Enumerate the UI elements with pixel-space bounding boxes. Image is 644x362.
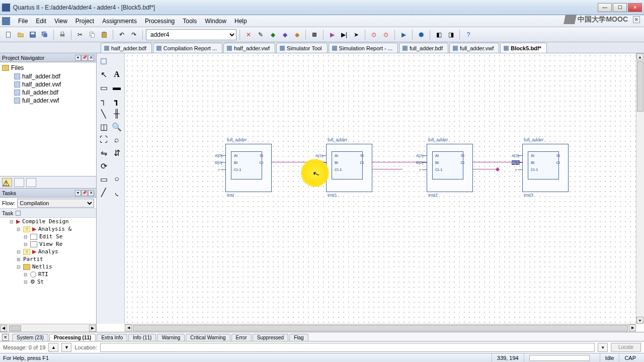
tool-orth-bus-button[interactable]: ┓ — [111, 95, 123, 107]
mdi-close-button[interactable]: ✕ — [633, 16, 640, 23]
tab-half-adder-vwf[interactable]: half_adder.vwf — [223, 43, 275, 53]
horizontal-scrollbar[interactable]: ◀ ▶ — [125, 324, 636, 332]
tool-rotate-button[interactable]: ⟳ — [98, 160, 110, 172]
task-row[interactable]: ⊟View Re — [0, 240, 96, 248]
menu-tools[interactable]: Tools — [179, 17, 201, 26]
redo-button[interactable]: ↷ — [128, 29, 139, 40]
panel-close-button[interactable]: ✕ — [88, 55, 94, 61]
paste-button[interactable] — [99, 29, 110, 40]
new-button[interactable] — [3, 29, 14, 40]
msgtab-error[interactable]: Error — [231, 334, 252, 341]
expander-icon[interactable]: ⊟ — [16, 264, 21, 269]
tab-compilation-report----[interactable]: Compilation Report ... — [153, 43, 222, 53]
task-row[interactable]: ⊟?▶Analys — [0, 248, 96, 255]
tool-orth-line-button[interactable]: ┐ — [98, 95, 110, 107]
menu-file[interactable]: File — [14, 17, 32, 26]
play-icon[interactable]: ▶ — [32, 248, 36, 255]
wire[interactable] — [473, 169, 498, 169]
task-row[interactable]: ⊟Edit Se — [0, 233, 96, 240]
flow-select[interactable]: Compilation — [17, 199, 94, 208]
menu-project[interactable]: Project — [71, 17, 98, 26]
close-button[interactable]: ✕ — [628, 3, 642, 12]
tasks-close-button[interactable]: ✕ — [88, 190, 94, 196]
save-button[interactable] — [27, 29, 38, 40]
wire[interactable] — [473, 162, 522, 162]
task-row[interactable]: ⊞Partit — [0, 255, 96, 263]
msgtab-flag[interactable]: Flag — [289, 334, 308, 341]
tool-symbol-button[interactable]: ▭ — [98, 81, 110, 94]
tool-arc-button[interactable]: ◟ — [111, 186, 123, 198]
tab-half-adder-bdf[interactable]: half_adder.bdf — [101, 43, 152, 53]
full-adder-block[interactable]: full_adderinst1AiBiCi-1SiCiA[1]B[1]× — [326, 144, 372, 192]
menu-view[interactable]: View — [50, 17, 71, 26]
tool-rect-button[interactable]: ▭ — [98, 173, 110, 185]
task-row[interactable]: ⊟⚙St — [0, 278, 96, 286]
run-button[interactable]: ▶ — [398, 29, 409, 40]
tool-oval-button[interactable]: ○ — [111, 173, 123, 185]
skip-button[interactable]: ▶| — [339, 29, 350, 40]
expander-icon[interactable]: ⊟ — [23, 242, 28, 247]
tasks-hscroll[interactable]: ◀ ▶ — [0, 324, 96, 332]
menu-assignments[interactable]: Assignments — [98, 17, 141, 26]
file-item[interactable]: half_adder.bdf — [2, 72, 94, 80]
cut-button[interactable]: ✂ — [74, 29, 86, 40]
tool-fullscreen-button[interactable]: ⛶ — [98, 134, 110, 146]
settings-x-button[interactable]: ✕ — [243, 29, 254, 40]
open-button[interactable] — [15, 29, 26, 40]
panel-menu-button[interactable]: ▾ — [75, 55, 81, 61]
msgtab-system--23-[interactable]: System (23) — [12, 334, 48, 341]
msgtab-info--11-[interactable]: Info (11) — [128, 334, 156, 341]
q2-button[interactable]: ◨ — [445, 29, 456, 40]
task-list[interactable]: ⊟▶Compile Design⊟?▶Analysis &⊟Edit Se⊟Vi… — [0, 218, 96, 324]
hscroll-thumb[interactable] — [133, 325, 628, 331]
tab-simulation-report------[interactable]: Simulation Report - ... — [329, 43, 398, 53]
tool-find-button[interactable]: ⌕ — [111, 134, 123, 146]
tool-block-button[interactable] — [98, 55, 110, 67]
task-row[interactable]: ⊟Netlis — [0, 263, 96, 270]
maximize-button[interactable]: ☐ — [613, 3, 627, 12]
play-icon[interactable]: ▶ — [16, 218, 20, 225]
scroll-thumb[interactable] — [9, 325, 21, 331]
msgtab-extra-info[interactable]: Extra Info — [97, 334, 127, 341]
tool-block2-button[interactable]: ▬ — [111, 81, 123, 94]
expander-icon[interactable]: ⊞ — [16, 257, 21, 262]
msg-prev-button[interactable]: ▲ — [48, 343, 58, 352]
timing-button[interactable]: ⊙ — [368, 29, 379, 40]
play-button[interactable]: ▶ — [327, 29, 338, 40]
tree-root-files[interactable]: Files — [2, 64, 94, 71]
scroll-right-icon[interactable]: ▶ — [89, 325, 96, 332]
tool-text-button[interactable]: A — [111, 68, 123, 80]
tab-full-adder-bdf[interactable]: full_adder.bdf — [399, 43, 448, 53]
tab-block5-bdf-[interactable]: Block5.bdf* — [500, 43, 547, 53]
expander-icon[interactable]: ⊟ — [23, 280, 28, 285]
menu-help[interactable]: Help — [230, 17, 251, 26]
chip-button[interactable] — [309, 29, 320, 40]
expander-icon[interactable]: ⊟ — [16, 249, 21, 254]
files-tab-button[interactable] — [14, 178, 24, 187]
location-dropdown[interactable]: ▾ — [598, 343, 608, 352]
hierarchy-tab-button[interactable]: ⚠ — [2, 178, 12, 187]
project-select[interactable]: adder4 — [146, 29, 236, 40]
compile-button[interactable]: ◆ — [267, 29, 278, 40]
expander-icon[interactable]: ⊟ — [9, 219, 14, 224]
canvas[interactable]: full_adderinstAiBiCi-1SiCiA[0]B[0]×full_… — [125, 53, 636, 324]
expander-icon[interactable]: ⊟ — [23, 234, 28, 239]
expander-icon[interactable]: ⊟ — [23, 272, 28, 277]
tool-select-button[interactable]: ↖ — [98, 68, 110, 80]
vscroll-thumb[interactable] — [637, 61, 643, 112]
file-item[interactable]: full_adder.bdf — [2, 88, 94, 97]
messages-close-button[interactable]: ✕ — [2, 334, 9, 341]
print-button[interactable] — [57, 29, 68, 40]
msg-next-button[interactable]: ▼ — [61, 343, 71, 352]
scroll-left-icon[interactable]: ◀ — [125, 324, 132, 331]
menu-processing[interactable]: Processing — [141, 17, 179, 26]
scroll-right-icon[interactable]: ▶ — [629, 324, 636, 331]
undo-button[interactable]: ↶ — [116, 29, 127, 40]
full-adder-block[interactable]: full_adderinstAiBiCi-1SiCiA[0]B[0]× — [225, 144, 272, 192]
full-adder-block[interactable]: full_adderinst2AiBiCi-1SiCiA[2]B[2]× — [427, 144, 473, 192]
file-tree[interactable]: Files half_adder.bdfhalf_adder.vwffull_a… — [0, 62, 96, 176]
play-icon[interactable]: ▶ — [32, 226, 36, 232]
locate-button[interactable]: Locate — [611, 343, 641, 352]
tool-fliph-button[interactable]: ⇋ — [98, 147, 110, 159]
design-tab-button[interactable] — [26, 178, 36, 187]
